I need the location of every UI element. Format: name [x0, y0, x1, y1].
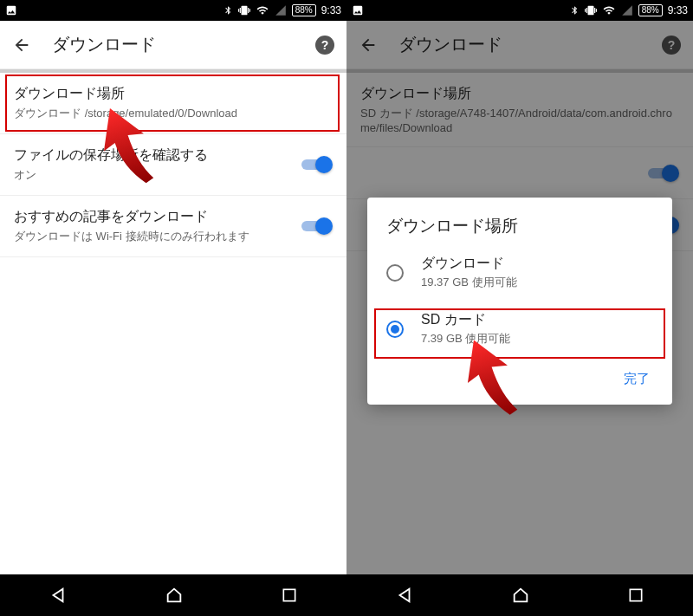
left-pane: 88% 9:33 ダウンロード ? ダウンロード場所 ダウンロード /stora… [0, 0, 346, 616]
clock: 9:33 [668, 4, 688, 16]
nav-recent-icon[interactable] [627, 587, 644, 604]
confirm-save-location-item[interactable]: ファイルの保存場所を確認する オン [0, 134, 346, 196]
app-header: ダウンロード ? [0, 21, 346, 69]
android-navbar [346, 574, 693, 616]
toggle-switch[interactable] [301, 156, 333, 173]
image-icon [352, 4, 364, 16]
radio-selected-icon[interactable] [386, 321, 404, 338]
svg-rect-1 [630, 589, 641, 600]
toggle-switch[interactable] [301, 217, 333, 235]
battery-level: 88% [638, 4, 663, 16]
help-icon[interactable]: ? [315, 36, 334, 55]
wifi-icon [256, 4, 269, 16]
nav-back-icon[interactable] [395, 586, 414, 605]
nav-home-icon[interactable] [165, 586, 184, 605]
dialog-title: ダウンロード場所 [367, 198, 672, 244]
back-icon[interactable] [12, 36, 31, 55]
bluetooth-icon [570, 4, 580, 16]
page-title: ダウンロード [52, 33, 295, 56]
download-recommended-item[interactable]: おすすめの記事をダウンロード ダウンロードは Wi-Fi 接続時にのみ行われます [0, 196, 346, 257]
image-icon [5, 4, 17, 16]
right-pane: 88% 9:33 ダウンロード ? ダウンロード場所 SD カード /stora… [346, 0, 693, 616]
option-downloads[interactable]: ダウンロード 19.37 GB 使用可能 [367, 244, 672, 301]
radio-unselected-icon[interactable] [386, 264, 404, 282]
bluetooth-icon [223, 4, 233, 16]
status-bar: 88% 9:33 [0, 0, 346, 21]
download-location-item[interactable]: ダウンロード場所 ダウンロード /storage/emulated/0/Down… [0, 73, 346, 134]
svg-rect-0 [283, 589, 295, 600]
android-navbar [0, 574, 346, 616]
download-location-dialog: ダウンロード場所 ダウンロード 19.37 GB 使用可能 SD カード 7.3… [367, 198, 672, 405]
signal-icon [621, 4, 633, 16]
nav-home-icon[interactable] [511, 586, 530, 605]
wifi-icon [602, 4, 616, 16]
done-button[interactable]: 完了 [613, 364, 660, 394]
option-sd-card[interactable]: SD カード 7.39 GB 使用可能 [367, 301, 672, 357]
clock: 9:33 [321, 4, 341, 16]
nav-recent-icon[interactable] [281, 587, 298, 604]
vibrate-icon [238, 4, 250, 16]
nav-back-icon[interactable] [49, 586, 68, 605]
signal-icon [275, 4, 287, 16]
status-bar: 88% 9:33 [346, 0, 693, 21]
battery-level: 88% [292, 4, 316, 16]
vibrate-icon [585, 4, 597, 16]
